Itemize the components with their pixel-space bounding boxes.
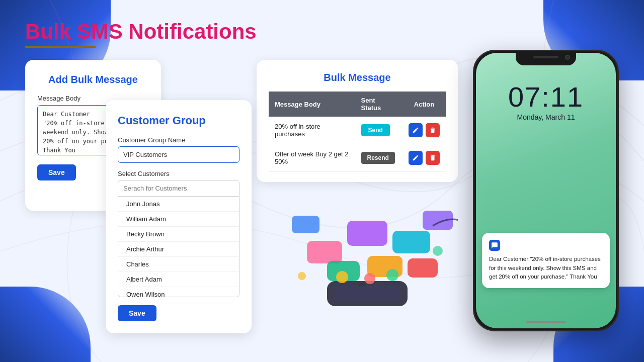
delete-button[interactable]	[426, 151, 440, 165]
notification-header	[489, 240, 603, 251]
edit-icon	[412, 127, 419, 134]
phone-speaker	[533, 56, 558, 58]
list-item[interactable]: Charles	[118, 257, 239, 272]
phone-home-indicator	[526, 321, 566, 323]
svg-rect-1	[347, 221, 387, 246]
delete-icon	[429, 154, 436, 161]
svg-point-10	[359, 283, 366, 290]
phone-date: Monday, March 11	[517, 113, 575, 121]
col-action: Action	[403, 92, 446, 117]
svg-rect-5	[408, 258, 438, 278]
table-row: 20% off in-store purchasesSend	[269, 117, 446, 144]
list-item[interactable]: Owen Wilson	[118, 287, 239, 297]
bulk-message-card-title: Bulk Message	[269, 72, 446, 83]
group-name-input[interactable]	[118, 146, 239, 163]
cell-status: Resend	[355, 144, 403, 172]
delete-icon	[429, 127, 436, 134]
message-icon	[491, 242, 498, 249]
svg-rect-7	[423, 211, 453, 230]
customer-group-title: Customer Group	[118, 114, 239, 127]
action-buttons	[409, 123, 440, 137]
notif-app-icon	[489, 240, 500, 251]
bulk-message-table-head: Message Body Sent Status Action	[269, 92, 446, 117]
group-name-label: Customer Group Name	[118, 136, 239, 144]
phone-notification: Dear Customer "20% off in-store purchase…	[482, 233, 610, 288]
cell-message: 20% off in-store purchases	[269, 117, 355, 144]
resend-button[interactable]: Resend	[361, 152, 395, 164]
delete-button[interactable]	[426, 123, 440, 137]
svg-rect-4	[367, 256, 403, 277]
col-message-body: Message Body	[269, 92, 355, 117]
list-item[interactable]: William Adam	[118, 212, 239, 227]
cell-status: Send	[355, 117, 403, 144]
customer-list: John JonasWilliam AdamBecky BrownArchie …	[118, 197, 239, 297]
action-buttons	[409, 151, 440, 165]
svg-rect-6	[292, 216, 319, 233]
table-header-row: Message Body Sent Status Action	[269, 92, 446, 117]
main-container: Bulk SMS Notifications Add Bulk Message …	[0, 0, 644, 362]
svg-point-8	[298, 272, 306, 280]
svg-rect-2	[392, 231, 430, 253]
phone-mockup: 07:11 Monday, March 11 Dear Customer "20…	[473, 50, 619, 331]
edit-button[interactable]	[409, 123, 423, 137]
svg-rect-12	[335, 286, 400, 301]
cell-message: Offer of week Buy 2 get 2 50%	[269, 144, 355, 172]
cell-action	[403, 144, 446, 172]
svg-point-14	[386, 269, 398, 281]
table-row: Offer of week Buy 2 get 2 50%Resend	[269, 144, 446, 172]
svg-point-15	[364, 273, 375, 284]
send-button[interactable]: Send	[361, 124, 390, 136]
list-item[interactable]: Becky Brown	[118, 227, 239, 242]
bulk-message-table: Message Body Sent Status Action 20% off …	[269, 92, 446, 172]
customer-group-card: Customer Group Customer Group Name Selec…	[106, 100, 252, 333]
svg-rect-0	[307, 241, 342, 263]
select-customers-label: Select Customers	[118, 170, 239, 177]
list-item[interactable]: Archie Arthur	[118, 242, 239, 257]
customer-search-wrap: John JonasWilliam AdamBecky BrownArchie …	[118, 180, 239, 297]
phone-notch	[516, 51, 576, 65]
phone-screen: 07:11 Monday, March 11 Dear Customer "20…	[476, 53, 616, 328]
title-underline	[25, 46, 96, 48]
svg-rect-11	[327, 281, 408, 306]
svg-point-9	[433, 246, 443, 256]
svg-point-13	[336, 271, 348, 283]
phone-camera	[565, 55, 570, 60]
cards-area: Add Bulk Message Message Body Dear Custo…	[25, 60, 619, 331]
list-item[interactable]: Albert Adam	[118, 272, 239, 287]
cell-action	[403, 117, 446, 144]
edit-button[interactable]	[409, 151, 423, 165]
list-item[interactable]: John Jonas	[118, 197, 239, 212]
phone-time: 07:11	[508, 83, 584, 111]
page-title: Bulk SMS Notifications	[25, 20, 619, 43]
svg-rect-3	[327, 261, 360, 281]
customer-search-input[interactable]	[118, 180, 239, 197]
col-sent-status: Sent Status	[355, 92, 403, 117]
bulk-message-card: Bulk Message Message Body Sent Status Ac…	[257, 60, 458, 182]
notification-message: Dear Customer "20% off in-store purchase…	[489, 255, 603, 281]
customer-group-save-button[interactable]: Save	[118, 305, 156, 321]
edit-icon	[412, 154, 419, 161]
add-bulk-save-button[interactable]: Save	[37, 164, 76, 180]
add-bulk-card-title: Add Bulk Message	[37, 74, 149, 85]
bulk-message-table-body: 20% off in-store purchasesSendOffer of w…	[269, 117, 446, 172]
